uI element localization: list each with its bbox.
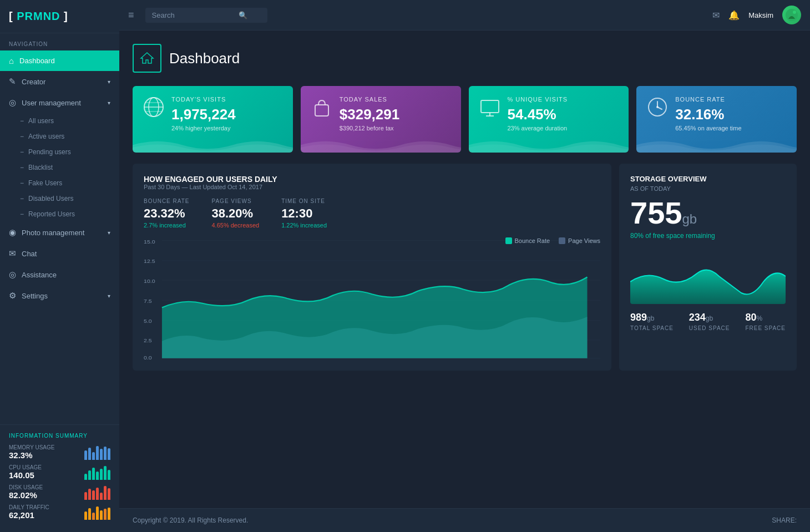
chart-legend: Bounce Rate Page Views [505,237,601,244]
metric-name: MEMORY USAGE [9,444,54,450]
eng-stat-value: 12:30 [281,206,327,221]
metric-val: 80 [745,312,756,323]
stat-sub: $390,212 before tax [340,125,399,131]
storage-metric-total: 989gb TOTAL SPACE [630,312,674,331]
sidebar-item-creator[interactable]: ✎ Creator ▾ [0,71,119,92]
brand-logo: [ PRMND ] [0,0,119,33]
engagement-title: HOW ENGAGED OUR USERS DAILY [144,175,600,184]
svg-text:2.5: 2.5 [144,338,152,344]
chat-icon: ✉ [9,249,16,259]
sidebar-subitem-pending-users[interactable]: Pending users [0,144,119,160]
stat-sub: 65.45% on average time [675,125,741,131]
sidebar-subitem-all-users[interactable]: All users [0,113,119,129]
stat-sub: 23% average duration [508,125,568,131]
share-label: SHARE: [772,516,797,524]
traffic-bars [84,504,110,520]
svg-text:0.0: 0.0 [144,354,152,359]
assistance-icon: ◎ [9,270,16,280]
wave-decoration [469,133,629,153]
engagement-card: HOW ENGAGED OUR USERS DAILY Past 30 Days… [133,164,611,371]
bottom-row: HOW ENGAGED OUR USERS DAILY Past 30 Days… [133,164,797,371]
metric-label: USED SPACE [689,325,730,331]
sidebar-item-photo-management[interactable]: ◉ Photo management ▾ [0,222,119,243]
page-title: Dashboard [169,50,240,67]
sidebar-item-label: Creator [22,78,45,86]
svg-point-1 [793,11,796,14]
subitem-label: Pending users [28,148,71,156]
sidebar-item-user-management[interactable]: ◎ User management ▾ [0,92,119,113]
metric-memory: MEMORY USAGE 32.3% [9,444,110,460]
monitor-icon [479,96,501,118]
sidebar-item-dashboard[interactable]: ⌂ Dashboard [0,50,119,71]
storage-free: 80% of free space remaining [630,232,786,240]
sidebar-item-assistance[interactable]: ◎ Assistance [0,264,119,285]
sidebar-item-label: Chat [22,250,37,258]
sidebar-item-label: User management [22,99,81,107]
home-icon: ⌂ [9,56,14,65]
metric-unit: % [756,315,762,322]
stat-value: 1,975,224 [171,106,236,123]
legend-item-pageviews: Page Views [559,237,600,244]
area-chart-svg: 15.0 12.5 10.0 7.5 5.0 2.5 0.0 [144,237,600,359]
storage-date: AS OF TODAY [630,185,786,192]
page-header: Dashboard [133,44,797,73]
chevron-down-icon: ▾ [108,79,110,85]
menu-toggle-button[interactable]: ≡ [128,9,134,21]
svg-rect-7 [315,105,328,116]
user-icon: ◎ [9,98,16,108]
svg-point-14 [656,106,659,108]
metric-value: 32.3% [9,450,54,460]
bell-icon[interactable]: 🔔 [728,10,740,21]
engagement-header: HOW ENGAGED OUR USERS DAILY Past 30 Days… [144,175,600,190]
eng-stat-label: BOUNCE RATE [144,198,190,204]
stat-sub: 24% higher yesterday [171,125,236,131]
sidebar-subitem-fake-users[interactable]: Fake Users [0,175,119,191]
search-input[interactable] [152,11,235,19]
sidebar-item-settings[interactable]: ⚙ Settings ▾ [0,285,119,306]
eng-stat-change: 2.7% increased [144,222,190,229]
metric-val: 234 [689,312,706,323]
svg-text:12.5: 12.5 [144,259,155,265]
camera-icon: ◉ [9,227,16,237]
sidebar-item-label: Assistance [22,271,57,279]
stat-card-visits: TODAY'S VISITS 1,975,224 24% higher yest… [133,86,293,153]
sidebar-subitem-active-users[interactable]: Active users [0,129,119,144]
storage-chart [630,249,786,304]
subitem-label: Active users [28,133,64,140]
gear-icon: ⚙ [9,291,16,301]
engagement-stats: BOUNCE RATE 23.32% 2.7% increased PAGE V… [144,198,600,229]
sidebar-subitem-reported-users[interactable]: Reported Users [0,206,119,222]
metric-value: 82.02% [9,490,43,500]
storage-card: STORAGE OVERVIEW AS OF TODAY 755gb 80% o… [619,164,797,371]
sidebar-item-chat[interactable]: ✉ Chat [0,243,119,264]
sidebar-subitem-disabled-users[interactable]: Disabled Users [0,191,119,206]
subitem-label: All users [28,117,54,125]
sidebar-item-label: Dashboard [19,57,55,65]
storage-title: STORAGE OVERVIEW [630,175,786,183]
globe-icon [143,96,165,118]
stat-value: 32.16% [675,106,741,123]
chevron-down-icon: ▾ [108,230,110,236]
mail-icon[interactable]: ✉ [712,10,720,21]
legend-dot [559,237,565,244]
storage-chart-svg [630,249,786,304]
stat-card-sales: TODAY SALES $329,291 $390,212 before tax [301,86,461,153]
sidebar-item-label: Settings [22,292,48,300]
chevron-down-icon: ▾ [108,293,110,299]
eng-stat-change: 1.22% increased [281,222,327,229]
storage-metric-free: 80% FREE SPACE [745,312,786,331]
storage-metric-used: 234gb USED SPACE [689,312,730,331]
clock-icon [646,96,669,118]
eng-stat-label: PAGE VIEWS [212,198,260,204]
sidebar-item-label: Photo management [22,229,84,237]
svg-point-0 [786,9,798,21]
stat-value: 54.45% [508,106,568,123]
sidebar-subitem-blacklist[interactable]: Blacklist [0,160,119,175]
stat-label: % UNIQUE VISITS [508,96,568,103]
search-icon[interactable]: 🔍 [239,11,247,19]
stat-label: BOUNCE RATE [675,96,741,103]
metric-name: DISK USAGE [9,484,43,490]
engagement-chart: Bounce Rate Page Views 15.0 12.5 10.0 7.… [144,237,600,359]
avatar[interactable] [782,6,801,24]
subitem-label: Disabled Users [28,195,73,202]
